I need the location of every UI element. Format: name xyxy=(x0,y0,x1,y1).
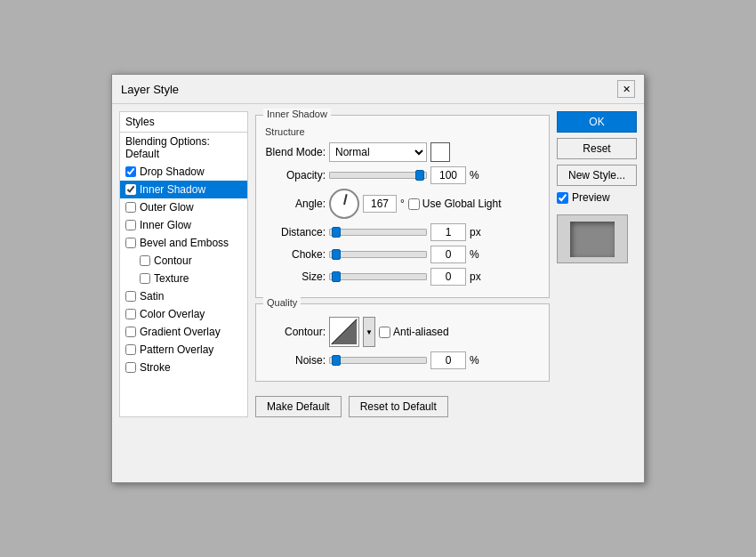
layer-style-dialog: Layer Style ✕ Styles Blending Options: D… xyxy=(111,74,645,483)
sidebar-item-satin[interactable]: Satin xyxy=(120,287,247,305)
styles-header: Styles xyxy=(120,112,247,133)
sidebar-item-bevel-emboss[interactable]: Bevel and Emboss xyxy=(120,234,247,252)
reset-button[interactable]: Reset xyxy=(557,138,637,159)
sidebar-item-outer-glow[interactable]: Outer Glow xyxy=(120,198,247,216)
preview-inner xyxy=(570,222,615,257)
quality-section: Quality Contour: ▼ Anti-aliased xyxy=(255,303,550,382)
angle-label: Angle: xyxy=(265,198,326,210)
gradient-overlay-checkbox[interactable] xyxy=(125,327,136,337)
pattern-overlay-label: Pattern Overlay xyxy=(140,343,213,356)
distance-unit: px xyxy=(470,226,481,238)
color-overlay-checkbox[interactable] xyxy=(125,309,136,319)
anti-aliased-checkbox[interactable] xyxy=(379,327,390,338)
sidebar-item-blending-options[interactable]: Blending Options: Default xyxy=(120,133,247,163)
close-button[interactable]: ✕ xyxy=(617,80,635,98)
dialog-title: Layer Style xyxy=(121,83,179,96)
inner-glow-checkbox[interactable] xyxy=(125,220,136,230)
quality-section-title: Quality xyxy=(263,297,301,308)
satin-label: Satin xyxy=(140,290,164,303)
preview-checkbox[interactable] xyxy=(557,192,568,204)
opacity-label: Opacity: xyxy=(265,169,326,182)
distance-slider[interactable] xyxy=(329,229,427,236)
left-panel: Styles Blending Options: Default Drop Sh… xyxy=(119,111,248,417)
preview-box xyxy=(557,214,628,263)
noise-slider-thumb xyxy=(332,355,341,366)
inner-shadow-section: Inner Shadow Structure Blend Mode: Norma… xyxy=(255,115,550,298)
opacity-slider-thumb xyxy=(415,170,424,181)
blend-mode-color-swatch[interactable] xyxy=(430,142,450,162)
pattern-overlay-checkbox[interactable] xyxy=(125,344,136,355)
opacity-slider[interactable] xyxy=(329,172,427,179)
distance-row: Distance: px xyxy=(265,223,540,241)
outer-glow-checkbox[interactable] xyxy=(125,202,136,213)
action-buttons-panel: OK Reset New Style... Preview xyxy=(557,111,637,417)
distance-label: Distance: xyxy=(265,226,326,238)
contour-preview[interactable] xyxy=(329,317,359,347)
reset-to-default-button[interactable]: Reset to Default xyxy=(349,396,448,417)
color-overlay-label: Color Overlay xyxy=(140,308,205,320)
texture-checkbox[interactable] xyxy=(140,273,150,284)
contour-dropdown-button[interactable]: ▼ xyxy=(363,317,375,347)
size-unit: px xyxy=(470,270,481,283)
inner-glow-label: Inner Glow xyxy=(140,219,191,231)
make-default-button[interactable]: Make Default xyxy=(255,396,342,417)
angle-row: Angle: ° Use Global Light xyxy=(265,189,540,219)
title-bar: Layer Style ✕ xyxy=(112,75,644,104)
main-content: Inner Shadow Structure Blend Mode: Norma… xyxy=(255,111,550,417)
dialog-body: Styles Blending Options: Default Drop Sh… xyxy=(112,104,644,424)
anti-aliased-label[interactable]: Anti-aliased xyxy=(379,326,449,338)
size-slider[interactable] xyxy=(329,273,427,280)
angle-degree-symbol: ° xyxy=(400,198,405,210)
contour-label: Contour xyxy=(154,254,192,267)
contour-label: Contour: xyxy=(265,326,326,338)
size-row: Size: px xyxy=(265,268,540,286)
inner-shadow-section-title: Inner Shadow xyxy=(263,109,331,119)
sidebar-item-color-overlay[interactable]: Color Overlay xyxy=(120,305,247,323)
size-label: Size: xyxy=(265,270,326,283)
sidebar-item-stroke[interactable]: Stroke xyxy=(120,359,247,376)
ok-button[interactable]: OK xyxy=(557,111,637,133)
use-global-light-checkbox[interactable] xyxy=(408,198,420,210)
preview-label: Preview xyxy=(572,191,610,204)
angle-input[interactable] xyxy=(363,195,397,213)
opacity-unit: % xyxy=(470,169,479,182)
blend-mode-select[interactable]: Normal Multiply Screen Overlay xyxy=(329,142,427,162)
noise-label: Noise: xyxy=(265,354,326,367)
inner-shadow-label: Inner Shadow xyxy=(140,183,205,196)
sidebar-item-inner-shadow[interactable]: Inner Shadow xyxy=(120,181,247,198)
stroke-checkbox[interactable] xyxy=(125,362,136,373)
size-slider-thumb xyxy=(332,271,341,282)
size-input[interactable] xyxy=(430,268,466,286)
distance-input[interactable] xyxy=(430,223,466,241)
sidebar-item-contour[interactable]: Contour xyxy=(120,252,247,270)
choke-slider-thumb xyxy=(332,249,341,260)
drop-shadow-checkbox[interactable] xyxy=(125,166,136,177)
angle-dial[interactable] xyxy=(329,189,359,219)
noise-unit: % xyxy=(470,354,479,367)
noise-slider[interactable] xyxy=(329,357,427,364)
distance-slider-thumb xyxy=(332,227,341,238)
sidebar-item-inner-glow[interactable]: Inner Glow xyxy=(120,216,247,234)
blend-mode-label: Blend Mode: xyxy=(265,146,326,158)
inner-shadow-checkbox[interactable] xyxy=(125,184,136,195)
stroke-label: Stroke xyxy=(140,361,171,374)
sidebar-item-drop-shadow[interactable]: Drop Shadow xyxy=(120,163,247,181)
bevel-emboss-checkbox[interactable] xyxy=(125,238,136,248)
noise-row: Noise: % xyxy=(265,351,540,369)
new-style-button[interactable]: New Style... xyxy=(557,165,637,186)
bevel-emboss-label: Bevel and Emboss xyxy=(140,237,229,249)
choke-slider[interactable] xyxy=(329,251,427,258)
sidebar-item-texture[interactable]: Texture xyxy=(120,270,247,287)
sidebar-item-gradient-overlay[interactable]: Gradient Overlay xyxy=(120,323,247,341)
blend-mode-row: Blend Mode: Normal Multiply Screen Overl… xyxy=(265,142,540,162)
contour-checkbox[interactable] xyxy=(140,255,150,266)
use-global-light-label[interactable]: Use Global Light xyxy=(408,198,502,210)
preview-label-row: Preview xyxy=(557,191,637,204)
noise-input[interactable] xyxy=(430,351,466,369)
opacity-input[interactable] xyxy=(430,166,466,184)
bottom-buttons: Make Default Reset to Default xyxy=(255,392,550,417)
satin-checkbox[interactable] xyxy=(125,291,136,302)
choke-input[interactable] xyxy=(430,246,466,263)
sidebar-item-pattern-overlay[interactable]: Pattern Overlay xyxy=(120,341,247,359)
structure-subtitle: Structure xyxy=(265,126,540,137)
